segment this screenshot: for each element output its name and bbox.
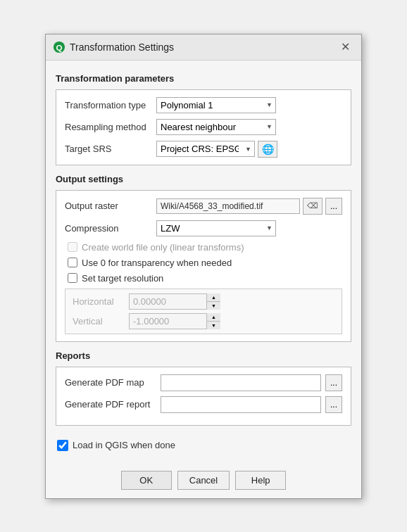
resampling-method-select[interactable]: Nearest neighbour	[156, 119, 276, 135]
world-file-checkbox[interactable]	[68, 242, 77, 252]
pdf-report-row: Generate PDF report ...	[65, 396, 342, 413]
world-file-label: Create world file only (linear transform…	[82, 242, 244, 253]
ok-button[interactable]: OK	[121, 471, 172, 490]
vertical-row: Vertical ▲ ▼	[73, 313, 334, 329]
qgis-logo-icon: Q	[53, 41, 65, 53]
compression-row: Compression LZW	[65, 220, 342, 236]
vertical-up-arrow[interactable]: ▲	[207, 313, 220, 322]
horizontal-row: Horizontal ▲ ▼	[73, 293, 334, 310]
compression-select[interactable]: LZW	[156, 220, 276, 236]
close-button[interactable]: ✕	[337, 40, 354, 54]
horizontal-label: Horizontal	[73, 296, 129, 307]
horizontal-spinbox: ▲ ▼	[129, 293, 220, 310]
crs-globe-button[interactable]: 🌐	[258, 141, 277, 158]
target-srs-wrapper: Project CRS: EPSG:3	[156, 141, 255, 157]
pdf-report-label: Generate PDF report	[65, 399, 156, 410]
horizontal-arrows: ▲ ▼	[206, 293, 220, 310]
pdf-map-input[interactable]	[161, 374, 321, 391]
transparency-checkbox[interactable]	[68, 258, 77, 267]
transformation-params-label: Transformation parameters	[56, 73, 351, 84]
transparency-checkbox-row: Use 0 for transparency when needed	[65, 258, 342, 268]
dialog-title: Transformation Settings	[70, 42, 174, 53]
browse-pdf-report-button[interactable]: ...	[325, 396, 342, 413]
load-qgis-checkbox[interactable]	[57, 440, 68, 451]
resampling-method-label: Resampling method	[65, 122, 156, 132]
target-srs-row: Target SRS Project CRS: EPSG:3 🌐	[65, 141, 342, 158]
reports-group: Generate PDF map ... Generate PDF report…	[56, 367, 351, 426]
browse-raster-button[interactable]: ...	[325, 198, 342, 215]
transformation-params-group: Transformation type Polynomial 1 Resampl…	[56, 89, 351, 165]
button-row: OK Cancel Help	[46, 465, 361, 498]
output-settings-group: Output raster ⌫ ... Compression LZW	[56, 190, 351, 342]
output-raster-input[interactable]	[156, 198, 300, 214]
globe-icon: 🌐	[262, 144, 274, 155]
title-bar-left: Q Transformation Settings	[53, 41, 174, 53]
resolution-group: Horizontal ▲ ▼ Vertical	[65, 289, 342, 334]
target-srs-label: Target SRS	[65, 144, 156, 154]
compression-label: Compression	[65, 223, 156, 234]
dialog-content: Transformation parameters Transformation…	[46, 61, 361, 465]
vertical-label: Vertical	[73, 316, 129, 327]
output-settings-label: Output settings	[56, 174, 351, 184]
transformation-type-label: Transformation type	[65, 100, 156, 110]
world-file-checkbox-row: Create world file only (linear transform…	[65, 242, 342, 253]
clear-raster-button[interactable]: ⌫	[303, 198, 323, 215]
output-raster-controls: ⌫ ...	[156, 198, 342, 215]
transformation-type-row: Transformation type Polynomial 1	[65, 97, 342, 113]
horizontal-down-arrow[interactable]: ▼	[207, 302, 220, 310]
horizontal-up-arrow[interactable]: ▲	[207, 293, 220, 302]
target-resolution-checkbox-row: Set target resolution	[65, 273, 342, 284]
transformation-type-wrapper: Polynomial 1	[156, 97, 276, 113]
target-resolution-label: Set target resolution	[82, 273, 163, 284]
transformation-settings-dialog: Q Transformation Settings ✕ Transformati…	[45, 34, 362, 499]
cancel-button[interactable]: Cancel	[177, 471, 230, 490]
target-resolution-checkbox[interactable]	[68, 273, 77, 283]
output-raster-row: Output raster ⌫ ...	[65, 198, 342, 215]
pdf-map-label: Generate PDF map	[65, 377, 156, 388]
target-srs-controls: Project CRS: EPSG:3 🌐	[156, 141, 277, 158]
title-bar: Q Transformation Settings ✕	[46, 34, 361, 61]
load-qgis-row: Load in QGIS when done	[56, 434, 351, 457]
resampling-method-wrapper: Nearest neighbour	[156, 119, 276, 135]
output-raster-label: Output raster	[65, 201, 156, 211]
vertical-arrows: ▲ ▼	[206, 313, 220, 329]
browse-pdf-map-button[interactable]: ...	[325, 374, 342, 391]
help-button[interactable]: Help	[235, 471, 286, 490]
reports-label: Reports	[56, 350, 351, 361]
resampling-method-row: Resampling method Nearest neighbour	[65, 119, 342, 135]
vertical-down-arrow[interactable]: ▼	[207, 322, 220, 329]
pdf-map-row: Generate PDF map ...	[65, 374, 342, 391]
vertical-spinbox: ▲ ▼	[129, 313, 220, 329]
load-qgis-label: Load in QGIS when done	[73, 440, 175, 450]
pdf-report-input[interactable]	[161, 396, 321, 413]
target-srs-select[interactable]: Project CRS: EPSG:3	[156, 141, 255, 157]
compression-wrapper: LZW	[156, 220, 276, 236]
transformation-type-select[interactable]: Polynomial 1	[156, 97, 276, 113]
svg-text:Q: Q	[56, 42, 62, 51]
transparency-label: Use 0 for transparency when needed	[82, 258, 232, 268]
clear-icon: ⌫	[307, 201, 318, 210]
